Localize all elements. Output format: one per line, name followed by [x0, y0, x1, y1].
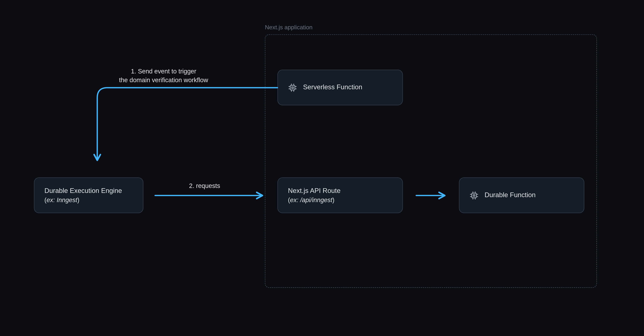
- svg-rect-0: [290, 85, 295, 90]
- node-subtitle: (ex: /api/inngest): [288, 195, 340, 204]
- chip-icon: [470, 191, 479, 200]
- svg-rect-1: [292, 87, 293, 88]
- node-title: Next.js API Route: [288, 186, 340, 195]
- container-label-nextjs: Next.js application: [265, 24, 312, 31]
- node-subtitle: (ex: Inngest): [44, 195, 122, 204]
- arrow-label-send-event: 1. Send event to trigger the domain veri…: [119, 67, 208, 84]
- svg-rect-11: [473, 194, 475, 196]
- node-title: Serverless Function: [303, 83, 362, 92]
- svg-rect-10: [472, 193, 476, 198]
- node-title: Durable Execution Engine: [44, 186, 122, 195]
- node-title: Durable Function: [484, 190, 536, 200]
- node-nextjs-api-route: Next.js API Route (ex: /api/inngest): [278, 177, 403, 213]
- node-durable-execution-engine: Durable Execution Engine (ex: Inngest): [34, 177, 144, 213]
- node-durable-function: Durable Function: [459, 177, 584, 213]
- arrow-send-event: [97, 88, 278, 160]
- diagram-canvas: Next.js application Durable Execution En…: [0, 0, 644, 336]
- chip-icon: [288, 83, 297, 92]
- node-serverless-function: Serverless Function: [278, 70, 403, 105]
- arrow-label-requests: 2. requests: [189, 181, 220, 190]
